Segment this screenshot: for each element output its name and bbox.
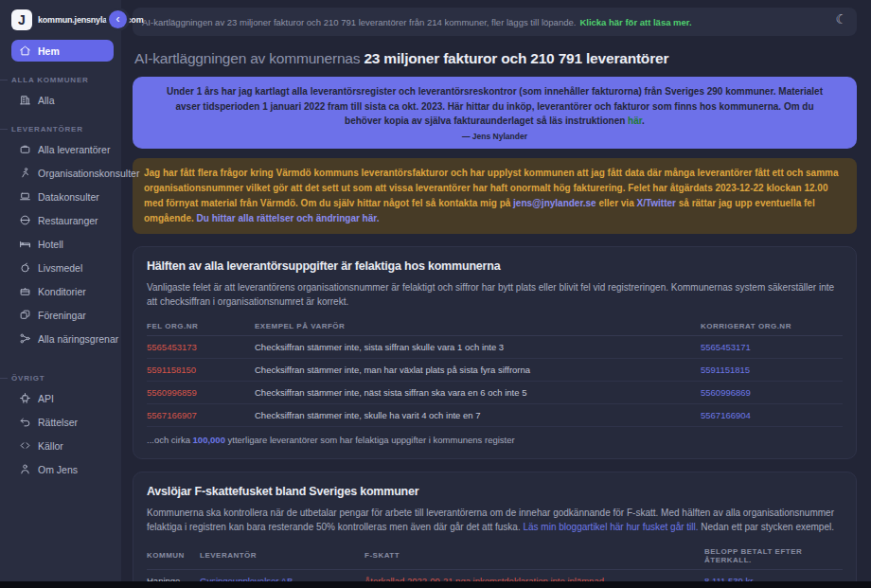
sidebar-item-label: Datakonsulter: [38, 191, 99, 203]
card-felaktiga-leverantorsuppgifter: Hälften av alla leverantörsuppgifter är …: [133, 246, 857, 459]
corrected-orgnr-link[interactable]: 5591151815: [701, 365, 843, 375]
runner-icon: [19, 167, 31, 179]
card-body: Kommunerna ska kontrollera när de utbeta…: [147, 506, 843, 535]
table-header-row: KOMMUN LEVERANTÖR F-SKATT BELOPP BETALT …: [147, 543, 843, 570]
footnote-number: 100,000: [193, 435, 225, 445]
branch-icon: [19, 332, 31, 345]
home-icon: [19, 45, 31, 57]
announcement-link[interactable]: Klicka här för att läsa mer.: [579, 17, 691, 27]
page-title-bold: 23 miljoner fakturor och 210 791 leveran…: [364, 50, 668, 66]
cake-box-icon: [19, 285, 31, 297]
site-logo-icon[interactable]: J: [11, 9, 32, 30]
page-title: AI-kartläggningen av kommunernas 23 milj…: [134, 50, 857, 67]
instructions-link[interactable]: här: [628, 116, 642, 126]
col-fel-orgnr: FEL ORG.NR: [147, 322, 249, 330]
reason-text: Checksiffran stämmer inte, skulle ha var…: [255, 410, 695, 420]
sidebar-item-rattelser[interactable]: Rättelser: [11, 411, 114, 433]
wrong-orgnr-link[interactable]: 5560996859: [147, 387, 249, 398]
code-icon: [19, 439, 31, 452]
col-korrigerat: KORRIGERAT ORG.NR: [701, 322, 843, 330]
sidebar-item-hotell[interactable]: Hotell: [11, 233, 114, 255]
corrected-orgnr-link[interactable]: 5565453171: [701, 342, 843, 352]
sidebar-item-om-jens[interactable]: Om Jens: [11, 458, 114, 480]
sidebar-section-alla-kommuner: ALLA KOMMUNER: [11, 76, 114, 84]
table-row: 5560996859 Checksiffran stämmer inte, nä…: [147, 382, 843, 404]
card-title: Avslöjar F-skattefusket bland Sveriges k…: [147, 485, 843, 498]
wrong-orgnr-link[interactable]: 5567166907: [147, 410, 249, 420]
announcement-banner: AI-kartläggningen av 23 miljoner fakturo…: [133, 8, 857, 36]
apple-icon: [19, 261, 31, 274]
table-header-row: FEL ORG.NR EXEMPEL PÅ VARFÖR KORRIGERAT …: [147, 317, 843, 336]
sidebar-item-label: Om Jens: [38, 464, 78, 475]
email-link[interactable]: jens@jnylander.se: [513, 198, 596, 208]
corrected-orgnr-link[interactable]: 5560996869: [701, 387, 843, 398]
group-icon: [19, 309, 31, 321]
table-row: 5591158150 Checksiffran stämmer inte, ma…: [147, 359, 843, 382]
blog-article-link[interactable]: Läs min bloggartikel här hur fusket går …: [523, 522, 698, 532]
intro-info-box: Under 1 års har jag kartlagt alla levera…: [133, 77, 857, 149]
sidebar-item-label: Alla: [38, 95, 55, 106]
col-kommun: KOMMUN: [147, 551, 194, 560]
main-content: AI-kartläggningen av 23 miljoner fakturo…: [121, 0, 871, 581]
col-leverantor: LEVERANTÖR: [200, 551, 359, 560]
correction-warning-box: Jag har fått flera frågor kring Värmdö k…: [133, 158, 857, 234]
sidebar-item-kallor[interactable]: Källor: [11, 435, 114, 456]
sidebar-item-label: Alla näringsgrenar: [38, 333, 118, 345]
sidebar-item-datakonsulter[interactable]: Datakonsulter: [11, 186, 114, 207]
sidebar-section-leverantorer: LEVERANTÖRER: [11, 125, 114, 134]
plate-icon: [19, 214, 31, 226]
sidebar-item-hem[interactable]: Hem: [11, 40, 114, 62]
table-row: Haninge Gysingeupplevelser AB Återkallad…: [147, 570, 843, 581]
sidebar-item-label: Organisationskonsulter: [38, 168, 139, 179]
sidebar-item-organisationskonsulter[interactable]: Organisationskonsulter: [11, 162, 114, 184]
table-row: 5567166907 Checksiffran stämmer inte, sk…: [147, 404, 843, 426]
col-belopp: BELOPP BETALT EFTER ÅTERKALL.: [704, 547, 843, 564]
sidebar-item-api[interactable]: API: [11, 387, 114, 409]
bottom-bar: [0, 581, 871, 588]
intro-text: Under 1 års har jag kartlagt alla levera…: [167, 86, 823, 126]
attribution: — Jens Nylander: [157, 131, 832, 143]
reason-text: Checksiffran stämmer inte, näst sista si…: [255, 387, 695, 398]
announcement-text: AI-kartläggningen av 23 miljoner fakturo…: [142, 17, 576, 27]
twitter-link[interactable]: X/Twitter: [636, 198, 675, 208]
wrong-orgnr-link[interactable]: 5565453173: [147, 342, 249, 352]
api-icon: [19, 392, 31, 404]
site-title[interactable]: kommun.jensnylander.com: [38, 15, 143, 25]
sidebar-item-label: Föreningar: [38, 310, 86, 321]
changes-link[interactable]: Du hittar alla rättelser och ändringar h…: [197, 213, 380, 223]
sidebar-item-alla[interactable]: Alla: [11, 89, 114, 111]
table-row: 5565453173 Checksiffran stämmer inte, si…: [147, 336, 843, 359]
reason-text: Checksiffran stämmer inte, man har växla…: [255, 365, 695, 375]
person-icon: [19, 463, 31, 475]
sidebar-item-alla-naringsgrenar[interactable]: Alla näringsgrenar: [11, 328, 114, 349]
sidebar-item-label: Restauranger: [38, 215, 98, 226]
card-body: Vanligaste felet är att leverantörens or…: [147, 280, 843, 310]
card-footnote: ...och cirka 100,000 ytterligare leveran…: [147, 426, 843, 451]
sidebar-collapse-button[interactable]: ‹: [109, 10, 127, 28]
reason-text: Checksiffran stämmer inte, sista siffran…: [255, 342, 695, 352]
sidebar-item-label: Hotell: [38, 239, 63, 250]
wrong-orgnr-link[interactable]: 5591158150: [147, 365, 249, 375]
sidebar: J kommun.jensnylander.com ‹ Hem ALLA KOM…: [0, 0, 121, 581]
col-fskatt: F-SKATT: [364, 551, 699, 560]
laptop-icon: [19, 190, 31, 203]
col-exempel: EXEMPEL PÅ VARFÖR: [255, 322, 695, 330]
briefcase-icon: [19, 143, 31, 155]
card-f-skattefusket: Avslöjar F-skattefusket bland Sveriges k…: [133, 472, 857, 581]
sidebar-item-label: API: [38, 393, 54, 404]
sidebar-item-label: Livsmedel: [38, 262, 82, 274]
sidebar-item-label: Hem: [38, 45, 60, 57]
moon-icon[interactable]: ☾: [835, 11, 847, 27]
corrected-orgnr-link[interactable]: 5567166904: [701, 410, 843, 420]
undo-icon: [19, 416, 31, 428]
sidebar-item-foreningar[interactable]: Föreningar: [11, 304, 114, 326]
sidebar-item-livsmedel[interactable]: Livsmedel: [11, 257, 114, 278]
sidebar-item-label: Konditorier: [38, 286, 86, 297]
brand: J kommun.jensnylander.com ‹: [11, 9, 114, 30]
sidebar-section-ovrigt: ÖVRIGT: [11, 374, 114, 383]
card-title: Hälften av alla leverantörsuppgifter är …: [147, 259, 843, 273]
sidebar-item-label: Rättelser: [38, 417, 78, 428]
sidebar-item-konditorier[interactable]: Konditorier: [11, 280, 114, 302]
sidebar-item-restauranger[interactable]: Restauranger: [11, 209, 114, 231]
sidebar-item-alla-leverantorer[interactable]: Alla leverantörer: [11, 138, 114, 160]
